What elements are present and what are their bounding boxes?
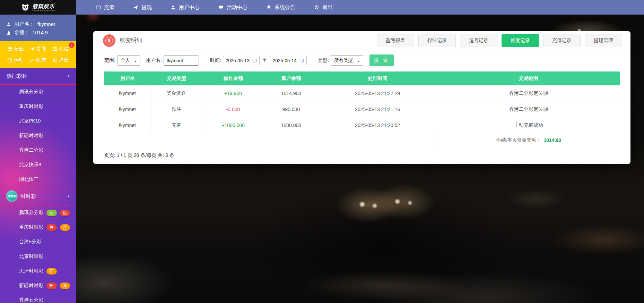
cell-transaction-type: 奖金派送 xyxy=(151,85,202,101)
plane-icon xyxy=(133,5,138,10)
nav-announcements-label: 系统公告 xyxy=(275,4,295,11)
quick-logout-label: 退出 xyxy=(59,57,69,64)
username-input[interactable] xyxy=(164,56,199,66)
nav-activity-center[interactable]: 活动中心 xyxy=(209,0,257,15)
power-icon xyxy=(52,58,57,63)
sidebar-item-label: 腾讯分分彩 xyxy=(19,210,43,216)
date-to-input[interactable]: 2025-05-14 xyxy=(270,56,307,65)
table-header-row: 用户名交易类型操作金额账户余额处理时间交易说明 xyxy=(104,71,620,85)
brand-logo[interactable]: 熊猫娱乐 Panda Entertainment xyxy=(0,0,76,15)
app-root: 熊猫娱乐 Panda Entertainment 充值提现用户中心活动中心系统公… xyxy=(0,0,644,303)
type-select[interactable]: 所有类型 xyxy=(331,55,363,66)
cell-balance: 995.000 xyxy=(264,101,318,117)
badge-hot: 热 xyxy=(46,283,57,289)
quick-activity-label: 活动 xyxy=(14,57,24,64)
nav-user-center[interactable]: 用户中心 xyxy=(161,0,209,15)
sidebar-item-xj-ssc[interactable]: 新疆时时彩热荐 xyxy=(0,278,76,293)
nav-logout[interactable]: 退出 xyxy=(305,0,342,15)
section-title-group: 时时彩时时彩 xyxy=(7,191,36,201)
sidebar-item-bj-pk10[interactable]: 北京PK10 xyxy=(0,114,76,128)
time-label: 时间: xyxy=(210,57,221,64)
panel-header: $ 帐变明细 盈亏报表投注记录追号记录帐变记录充值记录提现管理 xyxy=(93,31,630,50)
filter-bar: 范围: 个人 用户名: 时间: 2025-05-13 至 2025-05-14 xyxy=(93,50,630,71)
nav-withdraw[interactable]: 提现 xyxy=(124,0,161,15)
section-header-hot-lotteries[interactable]: 热门彩种 xyxy=(0,68,76,85)
tab-bet-records[interactable]: 投注记录 xyxy=(418,34,456,47)
cell-time: 2025-05-13 21:20:52 xyxy=(318,117,437,133)
chart-icon xyxy=(30,58,35,63)
badge-recommend: 荐 xyxy=(46,268,57,275)
top-bar: 熊猫娱乐 Panda Entertainment 充值提现用户中心活动中心系统公… xyxy=(0,0,644,15)
quick-messages-label: 私信 xyxy=(59,45,69,52)
scope-label: 范围: xyxy=(104,57,115,64)
menu-section-hot-lotteries: 热门彩种腾讯分分彩重庆时时彩北京PK10新疆时时彩香港二分彩北京快乐8湖北快三 xyxy=(0,68,76,187)
calendar-icon[interactable] xyxy=(252,58,257,63)
nav-announcements[interactable]: 系统公告 xyxy=(257,0,305,15)
table-row: fkymnet奖金派送+19.9001014.9002025-05-13 21:… xyxy=(104,85,620,101)
user-info-panel: 用户名：fkymnet 余额：1014.9 xyxy=(0,15,76,41)
sidebar-item-tencent-ffc[interactable]: 腾讯分分彩 xyxy=(0,85,76,99)
scope-select[interactable]: 个人 xyxy=(117,55,140,66)
sidebar-item-label: 腾讯分分彩 xyxy=(19,89,43,95)
sidebar-item-tencent-ffc[interactable]: 腾讯分分彩官热 xyxy=(0,205,76,220)
user-icon xyxy=(6,22,11,27)
sidebar-item-bj-kl8[interactable]: 北京快乐8 xyxy=(0,158,76,172)
mail-icon xyxy=(52,47,57,51)
section-header-ssc[interactable]: 时时彩时时彩 xyxy=(0,187,76,205)
cell-balance: 1014.900 xyxy=(264,85,318,101)
cell-amount: +1000.000 xyxy=(202,117,264,133)
ssc-badge-icon: 时时彩 xyxy=(7,191,17,201)
nav-recharge-label: 充值 xyxy=(104,4,114,11)
sidebar-item-label: 台湾5分彩 xyxy=(19,239,41,245)
sidebar-item-hk-2fc[interactable]: 香港二分彩 xyxy=(0,143,76,158)
quick-account-change[interactable]: 帐变 xyxy=(27,57,49,64)
account-change-panel: $ 帐变明细 盈亏报表投注记录追号记录帐变记录充值记录提现管理 范围: 个人 用… xyxy=(93,31,630,164)
sidebar-item-tw-5fc[interactable]: 台湾5分彩 xyxy=(0,235,76,249)
dollar-icon: $ xyxy=(103,34,115,47)
sidebar-item-hb-k3[interactable]: 湖北快三 xyxy=(0,172,76,187)
menu-section-ssc: 时时彩时时彩腾讯分分彩官热重庆时时彩热荐台湾5分彩北京时时彩天津时时彩荐新疆时时… xyxy=(0,187,76,303)
sidebar-item-cq-ssc[interactable]: 重庆时时彩热荐 xyxy=(0,220,76,235)
quick-recharge-label: 充值 xyxy=(14,45,24,52)
date-from-input[interactable]: 2025-05-13 xyxy=(223,56,260,65)
quick-recharge[interactable]: 充值 xyxy=(4,45,27,52)
ink-drop-icon xyxy=(6,30,11,35)
badge-official: 官 xyxy=(46,210,57,216)
sidebar-item-xj-ssc[interactable]: 新疆时时彩 xyxy=(0,128,76,143)
unread-badge: 1 xyxy=(69,42,75,48)
chevron-down-icon xyxy=(134,59,137,62)
card-icon xyxy=(7,47,12,51)
panel-title-group: $ 帐变明细 xyxy=(103,34,142,47)
calendar-icon[interactable] xyxy=(299,58,304,63)
panel-title: 帐变明细 xyxy=(120,37,142,44)
tab-chase-records[interactable]: 追号记录 xyxy=(460,34,497,47)
quick-activity[interactable]: 活动 xyxy=(4,57,27,64)
sidebar-item-tj-ssc[interactable]: 天津时时彩荐 xyxy=(0,264,76,278)
sidebar-item-bj-ssc[interactable]: 北京时时彩 xyxy=(0,249,76,264)
table-row: fkymnet充值+1000.0001000.0002025-05-13 21:… xyxy=(104,117,620,133)
quick-messages[interactable]: 私信1 xyxy=(49,45,72,52)
top-navigation: 充值提现用户中心活动中心系统公告退出 xyxy=(76,0,644,15)
summary-cell: 小结:本页资金变动：1014.90 xyxy=(437,133,620,147)
table-row: fkymnet投注-5.000995.0002025-05-13 21:21:1… xyxy=(104,101,620,117)
quick-withdraw[interactable]: 提现 xyxy=(27,45,49,52)
sidebar-item-label: 湖北快三 xyxy=(19,176,38,183)
sidebar-item-hk-5fc[interactable]: 香港五分彩 xyxy=(0,293,76,303)
tab-profit-report[interactable]: 盈亏报表 xyxy=(377,34,414,47)
main-area: $ 帐变明细 盈亏报表投注记录追号记录帐变记录充值记录提现管理 范围: 个人 用… xyxy=(76,15,644,303)
quick-logout[interactable]: 退出 xyxy=(49,57,72,64)
summary-spacer xyxy=(104,133,437,147)
quick-withdraw-label: 提现 xyxy=(36,45,46,52)
sidebar-item-label: 重庆时时彩 xyxy=(19,103,43,110)
brand-subtitle: Panda Entertainment xyxy=(33,9,55,11)
tab-recharge-records[interactable]: 充值记录 xyxy=(543,34,581,47)
nav-recharge[interactable]: 充值 xyxy=(86,0,124,15)
sidebar-item-cq-ssc[interactable]: 重庆时时彩 xyxy=(0,99,76,114)
tab-withdraw-management[interactable]: 提现管理 xyxy=(585,34,622,47)
column-header: 交易说明 xyxy=(437,71,620,85)
account-change-table: 用户名交易类型操作金额账户余额处理时间交易说明fkymnet奖金派送+19.90… xyxy=(104,71,620,147)
tab-account-change-records[interactable]: 帐变记录 xyxy=(502,34,539,47)
chevron-right-icon xyxy=(67,194,70,198)
search-button[interactable]: 搜 索 xyxy=(369,54,394,66)
cell-time: 2025-05-13 21:22:29 xyxy=(318,85,437,101)
